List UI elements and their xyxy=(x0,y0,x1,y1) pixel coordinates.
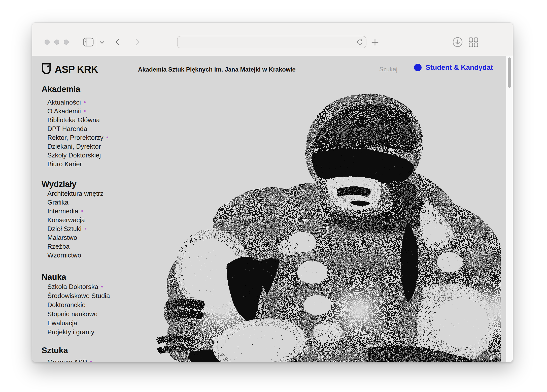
nav-item[interactable]: Konserwacja xyxy=(47,216,104,224)
nav-section-title[interactable]: Akademia xyxy=(42,84,108,94)
tab-overview-icon[interactable] xyxy=(468,37,478,47)
nav-item-label: Konserwacja xyxy=(47,216,85,224)
browser-window: ASP KRK Akademia Sztuk Pięknych im. Jana… xyxy=(32,23,513,362)
nav-item-label: Środowiskowe Studia xyxy=(47,292,110,300)
new-indicator-dot xyxy=(84,110,86,112)
nav-item[interactable]: Środowiskowe Studia xyxy=(47,291,110,300)
scrollbar-thumb[interactable] xyxy=(508,57,511,88)
nav-section-title[interactable]: Wydziały xyxy=(42,179,104,189)
nav-item-label: Biblioteka Główna xyxy=(47,116,100,124)
nav-section-wydziały: WydziałyArchitektura wnętrzGrafikaInterm… xyxy=(42,179,104,260)
nav-item[interactable]: Stopnie naukowe xyxy=(47,309,110,318)
nav-section-list: AktualnościO AkademiiBiblioteka GłównaDP… xyxy=(42,98,108,169)
toolbar-divider xyxy=(97,37,97,48)
nav-item[interactable]: Architektura wnętrz xyxy=(47,189,104,198)
nav-item[interactable]: Doktoranckie xyxy=(47,300,110,309)
nav-item-label: Dzieł Sztuki xyxy=(47,225,82,233)
nav-item-label: Biuro Karier xyxy=(47,160,82,168)
nav-item[interactable]: Dzieł Sztuki xyxy=(47,224,104,233)
minimize-button[interactable] xyxy=(54,40,59,45)
new-indicator-dot xyxy=(101,286,103,287)
nav-item-label: Rektor, Prorektorzy xyxy=(47,134,104,141)
nav-item[interactable]: O Akademii xyxy=(47,107,108,116)
nav-item-label: Architektura wnętrz xyxy=(47,190,104,197)
nav-item[interactable]: Szkoły Doktorskiej xyxy=(47,151,108,160)
nav-item-label: Dziekani, Dyrektor xyxy=(47,143,101,150)
nav-item[interactable]: Projekty i granty xyxy=(47,328,110,337)
nav-section-title[interactable]: Sztuka xyxy=(42,345,92,355)
nav-item-label: Malarstwo xyxy=(47,234,77,241)
nav-item[interactable]: Ewaluacja xyxy=(47,318,110,328)
main-nav: AkademiaAktualnościO AkademiiBiblioteka … xyxy=(32,56,148,362)
nav-item[interactable]: DPT Harenda xyxy=(47,124,108,133)
refresh-icon[interactable] xyxy=(356,39,363,46)
blue-dot-icon xyxy=(414,64,422,71)
nav-item-label: Intermedia xyxy=(47,207,78,215)
address-bar[interactable] xyxy=(177,36,366,48)
nav-section-list: Muzeum ASP xyxy=(42,358,92,362)
new-tab-icon[interactable] xyxy=(371,39,379,46)
nav-item[interactable]: Biblioteka Główna xyxy=(47,116,108,124)
close-button[interactable] xyxy=(45,40,50,45)
nav-item-label: Szkoły Doktorskiej xyxy=(47,151,101,159)
nav-item[interactable]: Wzornictwo xyxy=(47,251,104,260)
sidebar-toggle-icon[interactable] xyxy=(83,38,94,47)
browser-toolbar xyxy=(32,23,513,56)
nav-item[interactable]: Aktualności xyxy=(47,98,108,107)
nav-item-label: Doktoranckie xyxy=(47,301,86,309)
nav-item[interactable]: Biuro Karier xyxy=(47,160,108,169)
scrollbar-track[interactable] xyxy=(506,56,513,362)
back-icon[interactable] xyxy=(115,38,120,46)
nav-item-label: Aktualności xyxy=(47,99,81,106)
student-kandydat-label: Student & Kandydat xyxy=(426,63,493,72)
dithered-statue-artwork xyxy=(151,71,501,362)
nav-item-label: O Akademii xyxy=(47,107,81,115)
nav-item-label: Stopnie naukowe xyxy=(47,310,97,318)
zoom-button[interactable] xyxy=(64,40,69,45)
nav-item-label: Grafika xyxy=(47,199,69,206)
new-indicator-dot xyxy=(81,210,83,212)
nav-item[interactable]: Grafika xyxy=(47,198,104,207)
address-bar-input[interactable] xyxy=(181,37,356,48)
new-indicator-dot xyxy=(90,361,92,362)
nav-item[interactable]: Malarstwo xyxy=(47,233,104,242)
nav-item[interactable]: Szkoła Doktorska xyxy=(47,282,110,291)
nav-item-label: Rzeźba xyxy=(47,243,70,250)
nav-item-label: Projekty i granty xyxy=(47,328,94,336)
search-link[interactable]: Szukaj xyxy=(379,66,397,73)
nav-item-label: Muzeum ASP xyxy=(47,358,87,362)
nav-item[interactable]: Muzeum ASP xyxy=(47,358,92,362)
page-content: ASP KRK Akademia Sztuk Pięknych im. Jana… xyxy=(32,56,513,362)
nav-item[interactable]: Intermedia xyxy=(47,207,104,216)
nav-section-nauka: NaukaSzkoła DoktorskaŚrodowiskowe Studia… xyxy=(42,272,110,337)
nav-item[interactable]: Rektor, Prorektorzy xyxy=(47,133,108,142)
nav-item-label: Ewaluacja xyxy=(47,319,77,327)
nav-section-title[interactable]: Nauka xyxy=(42,272,110,282)
new-indicator-dot xyxy=(84,101,86,103)
student-kandydat-link[interactable]: Student & Kandydat xyxy=(414,63,493,72)
chevron-down-icon[interactable] xyxy=(100,41,104,44)
nav-item-label: Szkoła Doktorska xyxy=(47,283,98,290)
downloads-icon[interactable] xyxy=(452,37,463,47)
nav-section-sztuka: SztukaMuzeum ASP xyxy=(42,345,92,362)
nav-section-akademia: AkademiaAktualnościO AkademiiBiblioteka … xyxy=(42,84,108,169)
nav-section-list: Szkoła DoktorskaŚrodowiskowe StudiaDokto… xyxy=(42,282,110,337)
nav-item[interactable]: Rzeźba xyxy=(47,242,104,251)
new-indicator-dot xyxy=(85,228,86,230)
nav-item[interactable]: Dziekani, Dyrektor xyxy=(47,142,108,151)
nav-item-label: Wzornictwo xyxy=(47,251,81,259)
forward-icon[interactable] xyxy=(135,38,140,46)
site-header-title: Akademia Sztuk Pięknych im. Jana Matejki… xyxy=(138,66,296,73)
nav-section-list: Architektura wnętrzGrafikaIntermediaKons… xyxy=(42,189,104,260)
new-indicator-dot xyxy=(107,137,108,138)
nav-item-label: DPT Harenda xyxy=(47,125,87,133)
